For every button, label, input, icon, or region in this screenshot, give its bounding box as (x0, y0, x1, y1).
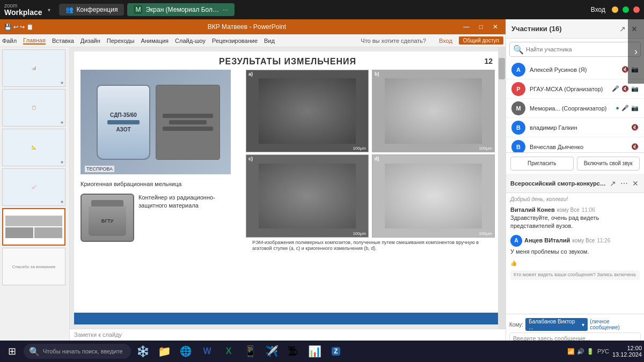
taskbar-app-decoration[interactable]: ❄️ (133, 342, 152, 361)
participant-item-2[interactable]: Р РГАУ-МСХА (Организатор) 🎤 🔇 📷 (506, 79, 644, 99)
ribbon-file[interactable]: Файл (2, 38, 17, 44)
conference-tab[interactable]: 👥 Конференция (59, 4, 125, 16)
ribbon-transitions[interactable]: Переходы (107, 38, 135, 44)
signin-link[interactable]: Вход (591, 6, 605, 13)
micro-scale-b: 100μm (479, 146, 492, 151)
sound-icon[interactable]: 🔊 (577, 348, 584, 355)
participant-avatar-3: М (511, 101, 525, 115)
micro-label-d: d) (375, 156, 379, 161)
chat-msg-1: Виталий Конев кому Все 11:06 Здравствуйт… (510, 206, 640, 231)
thumbs-up-icon[interactable]: 👍 (510, 260, 517, 266)
slide-pin-7: ★ (60, 80, 64, 85)
participant-name-label-4: владимир Галкин (530, 124, 627, 131)
ribbon-view[interactable]: Вид (264, 38, 275, 44)
zoom-taskbar-icon: Z (332, 347, 340, 356)
ribbon-animation[interactable]: Анимация (141, 38, 169, 44)
chat-header: Всероссийский смотр-конкурс в... ↗ ⋯ ✕ (506, 174, 644, 193)
slide-thumb-10[interactable]: 📈 ★ (2, 168, 65, 206)
taskbar-search-box[interactable]: 🔍 Чтобы начать поиск, введите (24, 344, 131, 359)
taskbar-right: 📶 🔊 🔋 РУС 12:00 13.12.2024 (567, 345, 642, 358)
ppt-ribbon: Файл Главная Вставка Дизайн Переходы Ани… (0, 34, 506, 47)
chat-to-tag[interactable]: Балабанов Виктор ... ▾ (525, 318, 588, 331)
clock-date: 13.12.2024 (612, 351, 642, 358)
ribbon-design[interactable]: Дизайн (80, 38, 100, 44)
cryo-brand-label: ТЕСПРОВА (85, 166, 114, 172)
participant-item-1[interactable]: А Алексей Русинов (Я) 🔇 📷 (506, 60, 644, 79)
taskbar-app-viber[interactable]: 📱 (240, 342, 260, 361)
container-row: БГТУ Контейнер из радиационно-защитного … (80, 194, 241, 242)
ppt-signin-btn[interactable]: Вход (439, 38, 452, 44)
telegram-icon: ✈️ (265, 345, 279, 358)
ppt-notes-text: Заметки к слайду (74, 331, 501, 338)
chat-personal-link[interactable]: (личное сообщение) (590, 319, 641, 330)
taskbar-app-word[interactable]: W (197, 342, 217, 361)
slide-caption: РЭМ-изображения полимерных композитов, п… (246, 240, 495, 252)
micro-img-b: b) 100μm (372, 70, 495, 152)
keyboard-lang[interactable]: РУС (597, 348, 609, 354)
participant-name-label-1: Алексей Русинов (Я) (530, 67, 617, 73)
folder-icon: 📁 (158, 345, 171, 358)
msg-text-1: Здравствуйте, очень рад видеть представи… (510, 214, 640, 231)
msg-sender-1: Виталий Конев (510, 206, 555, 213)
topbar-right: Вход (591, 6, 640, 13)
slide-thumb-11[interactable] (2, 208, 65, 246)
screen-tab[interactable]: M Экран (Мемориал Болтинского... ⋯ (127, 3, 235, 16)
cryo-tank-label2: АЗОТ (116, 127, 130, 132)
slide-thumb-wrapper-12: 12 Спасибо за внимание (2, 248, 67, 285)
participant-item-4[interactable]: В владимир Галкин 🔇 (506, 118, 644, 137)
slide-thumb-wrapper-8: 8 📋 ★ (2, 89, 67, 127)
ppt-minimize-btn[interactable]: — (460, 23, 473, 31)
taskbar-app-winrar[interactable]: 🗜 (283, 342, 303, 361)
participants-search-box: 🔍 (509, 42, 641, 57)
ribbon-insert[interactable]: Вставка (52, 38, 74, 44)
taskbar-app-zoom[interactable]: Z (326, 342, 346, 361)
ribbon-slideshow[interactable]: Слайд-шоу (175, 38, 206, 44)
participant-item-5[interactable]: В Вячеслав Дьяченко 🔇 (506, 137, 644, 152)
close-button[interactable] (633, 6, 640, 13)
ribbon-home[interactable]: Главная (23, 37, 46, 45)
unmute-btn[interactable]: Включить свой звук (577, 157, 640, 171)
organizer-icon-3: ● (616, 105, 619, 112)
slide-thumb-9[interactable]: 📐 ★ (2, 129, 65, 166)
ppt-maximize-btn[interactable]: □ (476, 23, 486, 31)
chat-close-btn[interactable]: ✕ (631, 178, 640, 189)
slide-thumb-wrapper-7: 7 📊 ★ (2, 49, 67, 87)
micro-row-top: a) 100μm b) 100μm (246, 70, 495, 152)
taskbar-app-files[interactable]: 📁 (155, 342, 174, 361)
ppt-close-btn[interactable]: ✕ (489, 23, 501, 31)
chat-msg-greeting: Добрый день, коллеги! (510, 196, 640, 202)
minimize-button[interactable] (612, 6, 618, 13)
container-label: Контейнер из радиационно-защитного матер… (138, 194, 241, 210)
excel-icon: X (226, 346, 232, 356)
slides-panel: 7 📊 ★ 8 📋 ★ 9 📐 ★ (0, 47, 70, 362)
ribbon-help[interactable]: Что вы хотите сделать? (361, 38, 426, 44)
taskbar-app-excel[interactable]: X (219, 342, 238, 361)
taskbar-app-browser[interactable]: 🌐 (176, 342, 195, 361)
msg-avatar-2: А (510, 235, 522, 247)
dropdown-arrow[interactable]: ▾ (48, 7, 50, 13)
participants-search-input[interactable] (526, 46, 637, 53)
invite-btn[interactable]: Пригласить (510, 157, 574, 171)
ppt-vscrollbar[interactable] (498, 47, 506, 329)
container-brand-label: БГТУ (101, 218, 114, 224)
taskbar-app-app6[interactable]: 📊 (305, 342, 324, 361)
chat-to-label: Кому: (509, 322, 523, 328)
micro-scale-d: 100μm (479, 231, 492, 236)
taskbar-clock[interactable]: 12:00 13.12.2024 (612, 345, 642, 358)
chat-title: Всероссийский смотр-конкурс в... (510, 180, 606, 187)
participant-item-3[interactable]: М Мемориа... (Соорганизатор) ● 🎤 📷 (506, 99, 644, 118)
ppt-share-btn[interactable]: Общий доступ (459, 36, 503, 45)
slide-thumb-12[interactable]: Спасибо за внимание (2, 248, 65, 285)
ribbon-review[interactable]: Рецензирование (212, 38, 258, 44)
ppt-body: 7 📊 ★ 8 📋 ★ 9 📐 ★ (0, 47, 506, 362)
slide-thumb-8[interactable]: 📋 ★ (2, 89, 65, 127)
taskbar-app-telegram[interactable]: ✈️ (262, 342, 281, 361)
chat-external-link[interactable]: ↗ (609, 178, 617, 189)
maximize-button[interactable] (623, 6, 629, 13)
network-icon[interactable]: 📶 (567, 348, 575, 355)
start-button[interactable]: ⊞ (2, 342, 21, 361)
slide-thumb-7[interactable]: 📊 ★ (2, 49, 65, 87)
video-strip-scroll-btn[interactable]: › (628, 19, 644, 84)
chat-options-btn[interactable]: ⋯ (619, 178, 629, 189)
participants-external-link[interactable]: ↗ (618, 24, 627, 34)
